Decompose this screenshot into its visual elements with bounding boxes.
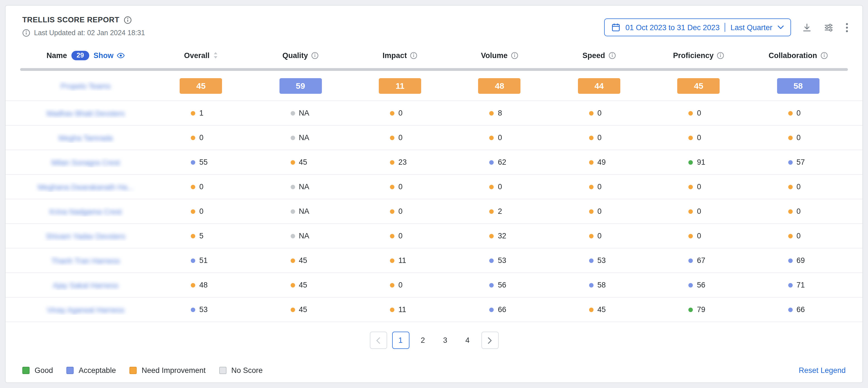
member-name-link[interactable]: Vinay Agarwal Harness <box>47 306 125 314</box>
score-cell: 0 <box>350 109 450 117</box>
score-value: 45 <box>299 256 307 265</box>
score-cell: 0 <box>151 133 251 142</box>
legend-item-good[interactable]: Good <box>22 366 53 375</box>
score-dot <box>290 136 295 140</box>
score-cell: 0 <box>350 281 450 289</box>
score-value: 91 <box>697 158 705 167</box>
score-dot <box>290 184 295 189</box>
score-cell: 57 <box>748 158 848 167</box>
score-cell: 2 <box>450 207 550 215</box>
score-cell: 0 <box>450 183 550 191</box>
score-value: NA <box>299 207 309 215</box>
score-badge: 58 <box>777 78 819 93</box>
more-options-button[interactable] <box>844 22 849 33</box>
column-header-quality: Quality <box>251 51 350 59</box>
table-row: Thanh Tran Harness 51 45 11 53 53 67 69 <box>6 248 862 273</box>
member-name-link[interactable]: Krina Nadgama Crest <box>50 207 122 216</box>
page-title: TRELLIS SCORE REPORT <box>22 16 119 24</box>
horizontal-scrollbar[interactable] <box>20 68 848 71</box>
title-info-icon[interactable] <box>124 16 132 24</box>
score-cell: 0 <box>350 232 450 240</box>
score-cell: 0 <box>350 133 450 142</box>
score-dot <box>390 111 394 115</box>
score-dot <box>390 234 394 238</box>
reset-legend-link[interactable]: Reset Legend <box>799 366 846 375</box>
show-names-link[interactable]: Show <box>93 51 125 59</box>
kebab-menu-icon <box>845 23 848 32</box>
score-dot <box>490 234 494 238</box>
score-dot <box>490 307 494 312</box>
score-value: 0 <box>797 133 801 142</box>
member-name-link[interactable]: Milan Sonagra Crest <box>51 158 120 167</box>
team-name-link[interactable]: Propelo Teams <box>61 82 111 90</box>
column-header-overall[interactable]: Overall <box>151 51 251 59</box>
table-row: Vinay Agarwal Harness 53 45 11 66 45 79 … <box>6 298 862 322</box>
summary-row: Propelo Teams 45 59 11 48 44 45 58 <box>6 71 862 101</box>
score-value: 0 <box>199 183 203 191</box>
member-name-link[interactable]: Ajay Sakal Harness <box>53 281 119 290</box>
score-dot <box>689 160 693 165</box>
score-value: 66 <box>797 305 805 314</box>
member-name-link[interactable]: Thanh Tran Harness <box>51 257 120 265</box>
legend-item-acceptable[interactable]: Acceptable <box>66 366 116 375</box>
calendar-icon <box>611 23 620 32</box>
next-page-button[interactable] <box>481 332 498 349</box>
score-dot <box>290 160 295 165</box>
score-dot <box>191 283 195 287</box>
speed-info-icon[interactable] <box>608 52 616 59</box>
download-button[interactable] <box>801 22 812 33</box>
score-dot <box>788 184 793 189</box>
legend-item-need-improvement[interactable]: Need Improvement <box>129 366 206 375</box>
score-badge: 45 <box>180 78 222 93</box>
score-cell: 53 <box>450 256 550 265</box>
score-dot <box>191 111 195 115</box>
score-cell: 0 <box>748 133 848 142</box>
last-updated-info-icon[interactable] <box>22 29 30 37</box>
volume-info-icon[interactable] <box>511 52 518 59</box>
score-badge: 11 <box>379 78 421 93</box>
score-cell: NA <box>251 109 350 117</box>
page-button-3[interactable]: 3 <box>436 332 454 349</box>
member-name-link[interactable]: Megha Tamrada <box>59 134 113 142</box>
member-name-link[interactable]: Shivam Yadav Devsters <box>46 232 125 240</box>
need-improvement-swatch-icon <box>129 367 137 374</box>
score-dot <box>788 283 793 287</box>
score-value: 53 <box>498 256 506 265</box>
proficiency-info-icon[interactable] <box>717 52 724 59</box>
name-header-label: Name <box>46 51 67 59</box>
score-value: 55 <box>199 158 208 167</box>
impact-info-icon[interactable] <box>410 52 417 59</box>
table-row: Ajay Sakal Harness 48 45 0 56 58 56 71 <box>6 273 862 298</box>
previous-page-button[interactable] <box>370 332 387 349</box>
pagination: 1 2 3 4 <box>6 332 862 349</box>
score-dot <box>490 136 494 140</box>
page-button-2[interactable]: 2 <box>414 332 432 349</box>
score-cell: 58 <box>549 281 649 289</box>
score-cell: 45 <box>549 305 649 314</box>
score-dot <box>689 111 693 115</box>
score-value: 0 <box>597 207 601 215</box>
quality-info-icon[interactable] <box>311 52 318 59</box>
table-row: Madhav Bhatt Devsters 1 NA 0 8 0 0 0 <box>6 101 862 126</box>
score-value: 62 <box>498 158 506 167</box>
score-value: 0 <box>697 232 701 240</box>
score-dot <box>589 234 593 238</box>
filter-settings-button[interactable] <box>823 22 834 33</box>
collaboration-info-icon[interactable] <box>820 52 828 59</box>
legend-item-no-score[interactable]: No Score <box>219 366 263 375</box>
page-button-1[interactable]: 1 <box>392 332 409 349</box>
column-header-speed: Speed <box>549 51 649 59</box>
page-button-4[interactable]: 4 <box>459 332 476 349</box>
score-cell: 53 <box>549 256 649 265</box>
score-cell: 45 <box>251 305 350 314</box>
score-value: 0 <box>199 133 203 142</box>
date-range-picker[interactable]: 01 Oct 2023 to 31 Dec 2023 Last Quarter <box>604 19 791 36</box>
member-name-link[interactable]: Meghana Dwarakanath Ha... <box>38 183 133 191</box>
score-value: 0 <box>398 133 402 142</box>
score-cell: 67 <box>649 256 748 265</box>
score-badge: 44 <box>578 78 620 93</box>
score-dot <box>589 111 593 115</box>
score-cell: 49 <box>549 158 649 167</box>
member-name-link[interactable]: Madhav Bhatt Devsters <box>46 109 125 118</box>
score-value: NA <box>299 133 309 142</box>
